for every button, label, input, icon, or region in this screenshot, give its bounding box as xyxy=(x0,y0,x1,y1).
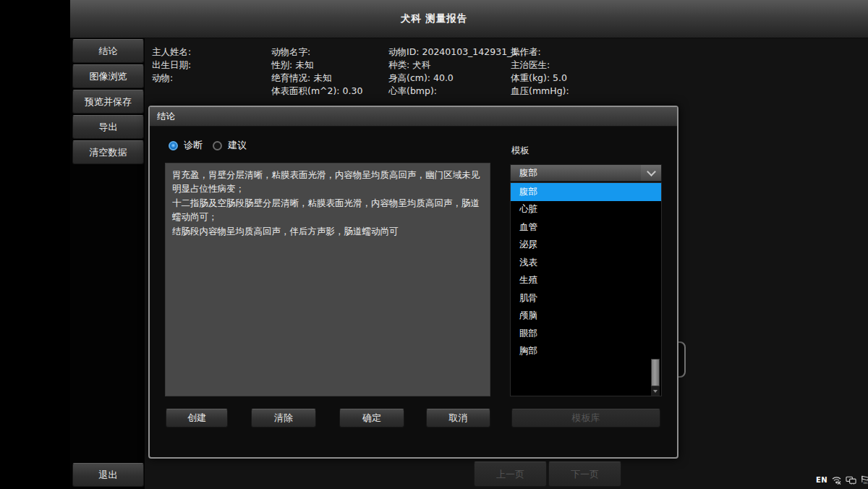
chevron-down-icon xyxy=(647,167,656,177)
language-indicator: EN xyxy=(816,476,827,484)
list-scrollbar-down-button[interactable] xyxy=(651,386,660,396)
patient-info-line: 血压(mmHg): xyxy=(511,85,569,98)
radio-diagnosis[interactable]: 诊断 xyxy=(169,139,203,152)
select-arrow-box xyxy=(641,165,661,181)
radio-diagnosis-label: 诊断 xyxy=(184,139,203,152)
report-screen: 犬科 测量报告 结论 图像浏览 预览并保存 导出 清空数据 退出 主人姓名: 出… xyxy=(0,0,868,489)
sidebar-item-image-browse[interactable]: 图像浏览 xyxy=(72,64,144,88)
template-option-heart[interactable]: 心脏 xyxy=(511,201,661,219)
exit-button[interactable]: 退出 xyxy=(72,463,144,487)
radio-suggestion[interactable]: 建议 xyxy=(213,139,247,152)
ok-button[interactable]: 确定 xyxy=(339,409,404,428)
template-option-reproductive[interactable]: 生殖 xyxy=(511,272,661,290)
conclusion-textarea[interactable]: 胃充盈，胃壁分层清晰，粘膜表面光滑，内容物呈均质高回声，幽门区域未见明显占位性病… xyxy=(165,163,490,396)
template-option-vessel[interactable]: 血管 xyxy=(511,218,661,237)
patient-info-line: 性别: 未知 xyxy=(271,59,362,72)
page-title: 犬科 测量报告 xyxy=(0,0,868,38)
sidebar-item-preview-save[interactable]: 预览并保存 xyxy=(72,90,144,114)
patient-info-line: 种类: 犬科 xyxy=(388,59,527,72)
template-option-chest[interactable]: 胸部 xyxy=(511,343,661,361)
patient-info-column: 动物ID: 20240103_142931_1… 种类: 犬科 身高(cm): … xyxy=(388,46,527,98)
create-button[interactable]: 创建 xyxy=(166,409,228,428)
dialog-title: 结论 xyxy=(157,111,175,123)
patient-info-line: 体重(kg): 5.0 xyxy=(511,72,569,85)
dialog-title-bar: 结论 xyxy=(150,107,677,127)
patient-info-line: 主治医生: xyxy=(511,59,569,72)
patient-info-column: 动物名字: 性别: 未知 绝育情况: 未知 体表面积(m^2): 0.30 xyxy=(271,46,362,98)
template-label: 模板 xyxy=(511,145,529,157)
patient-info-line: 操作者: xyxy=(511,46,569,59)
clear-button[interactable]: 清除 xyxy=(251,409,316,428)
template-option-musculoskeletal[interactable]: 肌骨 xyxy=(511,289,661,307)
list-scrollbar-thumb[interactable] xyxy=(651,359,660,386)
status-tray: EN DCM xyxy=(816,475,868,485)
patient-info-line: 身高(cm): 40.0 xyxy=(388,72,527,85)
sidebar-item-clear-data[interactable]: 清空数据 xyxy=(72,140,144,164)
template-option-eye[interactable]: 眼部 xyxy=(511,325,661,343)
patient-info-column: 操作者: 主治医生: 体重(kg): 5.0 血压(mmHg): xyxy=(511,46,569,98)
template-option-superficial[interactable]: 浅表 xyxy=(511,254,661,272)
dicom-icon[interactable]: DCM xyxy=(860,475,868,485)
next-page-button[interactable]: 下一页 xyxy=(548,462,621,487)
template-options-list: 腹部 心脏 血管 泌尿 浅表 生殖 肌骨 颅脑 眼部 胸部 xyxy=(510,182,662,396)
patient-info-line: 动物名字: xyxy=(271,46,362,59)
radio-suggestion-label: 建议 xyxy=(228,139,247,152)
conclusion-dialog: 结论 诊断 建议 胃充盈，胃壁分层清晰，粘膜表面光滑，内容物呈均质高回声，幽门区… xyxy=(148,106,678,459)
conclusion-type-radios: 诊断 建议 xyxy=(169,139,247,152)
sidebar-item-export[interactable]: 导出 xyxy=(72,115,144,139)
arrow-down-icon xyxy=(653,390,658,393)
template-option-urinary[interactable]: 泌尿 xyxy=(511,237,661,255)
prev-page-button[interactable]: 上一页 xyxy=(474,462,547,487)
radio-selected-icon xyxy=(169,141,178,150)
patient-info-line: 主人姓名: xyxy=(152,46,191,59)
cancel-button[interactable]: 取消 xyxy=(426,409,490,428)
template-selected-value: 腹部 xyxy=(511,167,641,179)
patient-info-column: 主人姓名: 出生日期: 动物: xyxy=(152,46,191,85)
dual-screen-icon[interactable] xyxy=(846,475,856,485)
patient-info-line: 体表面积(m^2): 0.30 xyxy=(271,85,362,98)
template-select[interactable]: 腹部 xyxy=(510,164,662,182)
sidebar-item-conclusion[interactable]: 结论 xyxy=(72,39,144,63)
patient-info-line: 绝育情况: 未知 xyxy=(271,72,362,85)
radio-unselected-icon xyxy=(213,141,222,150)
patient-info-line: 动物: xyxy=(152,72,191,85)
patient-info-line: 动物ID: 20240103_142931_1… xyxy=(388,46,527,59)
template-option-cranial[interactable]: 颅脑 xyxy=(511,307,661,326)
template-library-button[interactable]: 模板库 xyxy=(511,409,660,428)
patient-info-line: 出生日期: xyxy=(152,59,191,72)
wifi-off-icon[interactable] xyxy=(831,475,842,485)
svg-text:DCM: DCM xyxy=(864,481,868,485)
patient-info-line: 心率(bmp): xyxy=(388,85,527,98)
template-option-abdomen[interactable]: 腹部 xyxy=(511,183,661,201)
